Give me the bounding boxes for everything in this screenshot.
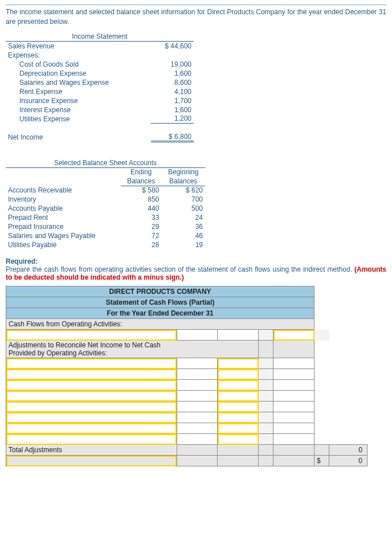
dollar-sign: $: [315, 456, 329, 466]
expenses-label: Expenses:: [6, 51, 151, 60]
input-cell[interactable]: [218, 434, 259, 445]
util-value: 1,200: [151, 114, 194, 124]
pi-beg: 36: [161, 222, 205, 231]
wk-title-3: For the Year Ended December 31: [6, 308, 315, 319]
sales-value: $ 44,600: [151, 42, 194, 51]
worksheet-table: DIRECT PRODUCTS COMPANY Statement of Cas…: [6, 286, 368, 466]
input-cell[interactable]: [6, 456, 177, 466]
pr-label: Prepaid Rent: [6, 213, 121, 222]
col-beg-1: Beginning: [161, 167, 205, 177]
input-cell[interactable]: [273, 330, 315, 341]
inv-beg: 700: [161, 195, 205, 204]
input-cell[interactable]: [218, 402, 259, 412]
int-value: 1,600: [151, 105, 194, 114]
required-text: Prepare the cash flows from operating ac…: [6, 265, 354, 273]
sw-value: 8,600: [151, 78, 194, 87]
input-cell[interactable]: [218, 380, 259, 391]
required-body: Prepare the cash flows from operating ac…: [6, 265, 386, 281]
income-title: Income Statement: [6, 32, 194, 42]
ins-value: 1,700: [151, 96, 194, 105]
input-cell[interactable]: [6, 358, 177, 369]
ap-end: 440: [121, 204, 162, 213]
ar-label: Accounts Receivable: [6, 186, 121, 195]
intro-text: The income statement and selected balanc…: [6, 7, 386, 27]
wk-title-1: DIRECT PRODUCTS COMPANY: [6, 286, 315, 297]
ar-beg: $ 620: [161, 186, 205, 195]
util-label: Utilities Expense: [6, 114, 151, 124]
total-adj-label: Total Adjustments: [6, 445, 177, 456]
ap-beg: 500: [161, 204, 205, 213]
inv-label: Inventory: [6, 195, 121, 204]
required-heading: Required:: [6, 257, 386, 265]
adjustments-label: Adjustments to Reconcile Net Income to N…: [6, 341, 259, 358]
rent-value: 4,100: [151, 87, 194, 96]
ap-label: Accounts Payable: [6, 204, 121, 213]
dep-label: Depreciation Expense: [6, 69, 151, 78]
rent-label: Rent Expense: [6, 87, 151, 96]
swp-beg: 46: [161, 231, 205, 240]
swp-label: Salaries and Wages Payable: [6, 231, 121, 240]
up-end: 28: [121, 240, 162, 249]
input-cell[interactable]: [6, 369, 177, 380]
grand-total-value: 0: [329, 456, 368, 466]
col-beg-2: Balances: [161, 177, 205, 186]
pi-end: 29: [121, 222, 162, 231]
int-label: Interest Expense: [6, 105, 151, 114]
input-cell[interactable]: [6, 380, 177, 391]
cogs-label: Cost of Goods Sold: [6, 60, 151, 69]
pr-end: 33: [121, 213, 162, 222]
input-cell[interactable]: [218, 369, 259, 380]
cogs-value: 19,000: [151, 60, 194, 69]
input-cell[interactable]: [218, 391, 259, 402]
ins-label: Insurance Expense: [6, 96, 151, 105]
up-beg: 19: [161, 240, 205, 249]
balance-sheet-table: Selected Balance Sheet Accounts EndingBe…: [6, 158, 205, 249]
input-cell[interactable]: [6, 391, 177, 402]
input-cell[interactable]: [6, 423, 177, 434]
dep-value: 1,600: [151, 69, 194, 78]
pr-beg: 24: [161, 213, 205, 222]
col-end-1: Ending: [121, 167, 162, 177]
total-adj-value: 0: [329, 445, 368, 456]
wk-title-2: Statement of Cash Flows (Partial): [6, 297, 315, 308]
input-cell[interactable]: [6, 412, 177, 423]
adj-line2: Provided by Operating Activities:: [9, 349, 256, 357]
input-cell[interactable]: [6, 330, 177, 341]
cfo-label: Cash Flows from Operating Activities:: [6, 319, 315, 330]
sales-label: Sales Revenue: [6, 42, 151, 51]
ni-label: Net Income: [6, 133, 151, 142]
pi-label: Prepaid Insurance: [6, 222, 121, 231]
input-cell[interactable]: [6, 434, 177, 445]
ar-end: $ 580: [121, 186, 162, 195]
adj-line1: Adjustments to Reconcile Net Income to N…: [9, 341, 256, 349]
up-label: Utilities Payable: [6, 240, 121, 249]
sw-label: Salaries and Wages Expense: [6, 78, 151, 87]
input-cell[interactable]: [218, 358, 259, 369]
input-cell[interactable]: [6, 402, 177, 412]
input-cell[interactable]: [218, 423, 259, 434]
input-cell[interactable]: [218, 412, 259, 423]
inv-end: 850: [121, 195, 162, 204]
col-end-2: Balances: [121, 177, 162, 186]
swp-end: 72: [121, 231, 162, 240]
balance-title: Selected Balance Sheet Accounts: [6, 158, 205, 167]
ni-value: $ 6,800: [151, 133, 194, 142]
income-statement-table: Income Statement Sales Revenue$ 44,600 E…: [6, 32, 194, 143]
